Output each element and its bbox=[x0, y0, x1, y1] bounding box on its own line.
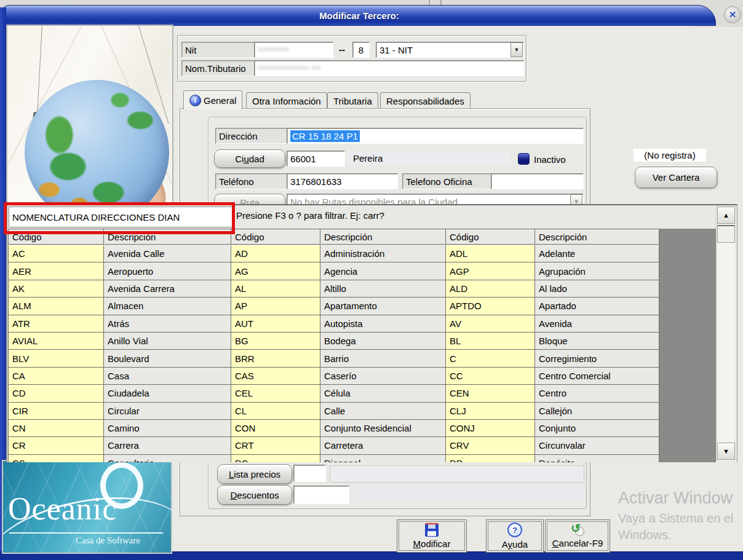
descripcion-cell: Conjunto bbox=[535, 420, 659, 437]
dv-field[interactable]: 8 bbox=[352, 42, 370, 58]
ayuda-button[interactable]: ? Ayuda bbox=[486, 519, 544, 553]
globe bbox=[25, 80, 169, 207]
lista-precios-button[interactable]: Lista precios bbox=[217, 464, 292, 484]
telefono-label: Teléfono bbox=[219, 176, 254, 187]
titlebar[interactable]: Modificar Tercero: bbox=[2, 5, 716, 26]
lista-precios-field[interactable] bbox=[293, 465, 326, 482]
chevron-down-icon[interactable]: ▼ bbox=[511, 42, 523, 57]
table-row[interactable]: ALMAlmacenAPApartamentoAPTDOApartado bbox=[8, 298, 659, 315]
logo-underline bbox=[9, 532, 163, 534]
descripcion-cell: Avenida Carrera bbox=[104, 280, 231, 298]
descripcion-cell: Al lado bbox=[535, 280, 659, 298]
column-header: Descripción bbox=[320, 229, 446, 245]
tab-label: General bbox=[204, 95, 236, 106]
descuentos-field[interactable] bbox=[293, 486, 349, 504]
table-row[interactable]: CDCiudadelaCELCélulaCENCentro bbox=[8, 385, 659, 402]
codigo-cell: BL bbox=[446, 333, 535, 350]
descripcion-cell: Avenida bbox=[535, 315, 659, 333]
table-row[interactable]: CRCarreraCRTCarreteraCRVCircunvalar bbox=[8, 437, 659, 454]
telefono-oficina-label-box: Telefono Oficina bbox=[402, 173, 493, 189]
descripcion-cell: Apartado bbox=[535, 298, 659, 315]
nom-tributario-field[interactable]: •••••••••••••••• ••• bbox=[254, 60, 524, 76]
logo-tagline: Casa de Software bbox=[76, 535, 140, 546]
table-row[interactable]: CNCaminoCONConjunto ResidencialCONJConju… bbox=[8, 420, 659, 437]
tab-tributaria[interactable]: Tributaria bbox=[327, 92, 378, 109]
codigo-cell: CR bbox=[8, 437, 104, 454]
descripcion-cell: Carrera bbox=[104, 437, 231, 454]
ayuda-label: Ayuda bbox=[502, 539, 528, 550]
overlay-table-body: ACAvenida CalleADAdministraciónADLAdelan… bbox=[8, 245, 659, 462]
logo-name: Oceanic bbox=[8, 491, 117, 527]
scroll-up-button[interactable]: ▲ bbox=[717, 207, 735, 224]
ver-cartera-button[interactable]: Ver Cartera bbox=[635, 167, 717, 188]
table-row[interactable]: AERAeropuertoAGAgenciaAGPAgrupación bbox=[8, 262, 659, 280]
tab-responsabilidades[interactable]: Responsabilidades bbox=[380, 92, 471, 109]
scroll-down-button[interactable]: ▼ bbox=[717, 443, 735, 460]
codigo-cell: CLJ bbox=[446, 403, 535, 420]
help-icon: ? bbox=[507, 523, 522, 537]
table-row[interactable]: AKAvenida CarreraALAltilloALDAl lado bbox=[8, 280, 659, 298]
descripcion-cell: Centro Comercial bbox=[535, 368, 659, 385]
dian-nomenclature-panel: NOMENCLATURA DIRECCIONES DIAN Presione F… bbox=[6, 204, 737, 462]
direccion-field[interactable]: CR 15 18 24 P1 bbox=[287, 128, 584, 144]
lista-precios-label: Lista precios bbox=[229, 469, 280, 479]
overlay-filter-hint: Presione F3 o ? para filtrar. Ej: carr? bbox=[236, 210, 384, 221]
nit-label-box: Nit bbox=[181, 42, 256, 58]
descripcion-cell: Administración bbox=[320, 245, 446, 262]
descripcion-cell: Agencia bbox=[320, 262, 446, 280]
descripcion-cell: Avenida Calle bbox=[104, 245, 231, 262]
codigo-cell: AD bbox=[231, 245, 320, 262]
codigo-cell: AC bbox=[8, 245, 104, 262]
table-row[interactable]: AVIALAnillo VialBGBodegaBLBloque bbox=[8, 333, 659, 350]
modificar-button[interactable]: Modificar bbox=[397, 519, 467, 553]
codigo-cell: CONJ bbox=[446, 420, 535, 437]
ciudad-button-label: Ciudad bbox=[235, 154, 264, 164]
table-row[interactable]: ATRAtrásAUTAutopistaAVAvenida bbox=[8, 315, 659, 333]
cancelar-label: Cancelar-F9 bbox=[552, 538, 603, 548]
close-icon: ✕ bbox=[729, 9, 737, 20]
table-row[interactable]: BLVBoulevardBRRBarrioCCorregimiento bbox=[8, 350, 659, 367]
nit-label: Nit bbox=[185, 45, 196, 55]
nit-field[interactable]: •••••••••• bbox=[254, 42, 333, 58]
save-icon bbox=[425, 523, 439, 537]
activate-windows-watermark-line1: Activar Window bbox=[618, 489, 733, 508]
close-button[interactable]: ✕ bbox=[724, 6, 741, 23]
table-row[interactable]: CIRCircularCLCalleCLJCallejón bbox=[8, 403, 659, 420]
doc-type-select[interactable]: 31 - NIT ▼ bbox=[376, 42, 524, 58]
ciudad-name-field: Pereira bbox=[348, 151, 511, 165]
inactivo-checkbox[interactable] bbox=[518, 153, 530, 165]
codigo-cell: CRV bbox=[446, 437, 535, 454]
codigo-cell: CN bbox=[8, 420, 104, 437]
ciudad-name-value: Pereira bbox=[353, 153, 383, 164]
codigo-cell: CRT bbox=[231, 437, 320, 454]
table-row[interactable]: CACasaCASCaseríoCCCentro Comercial bbox=[8, 368, 659, 385]
descripcion-cell: Consultorio bbox=[104, 455, 231, 462]
codigo-cell: ALM bbox=[8, 298, 104, 315]
no-registra-label: (No registra) bbox=[644, 150, 695, 160]
descripcion-cell: Boulevard bbox=[104, 350, 231, 367]
ciudad-code-field[interactable]: 66001 bbox=[287, 151, 345, 167]
descripcion-cell: Aeropuerto bbox=[104, 262, 231, 280]
cancelar-button[interactable]: ↺ Cancelar-F9 bbox=[545, 519, 610, 553]
tab-label: Tributaria bbox=[333, 96, 372, 106]
codigo-cell: CC bbox=[446, 368, 535, 385]
codigo-cell: BLV bbox=[8, 350, 104, 367]
descripcion-cell: Circunvalar bbox=[535, 437, 659, 454]
table-row[interactable]: ACAvenida CalleADAdministraciónADLAdelan… bbox=[8, 245, 659, 262]
descripcion-cell: Corregimiento bbox=[535, 350, 659, 367]
table-row[interactable]: CSConsultorioDCDiagonalDPDepósito bbox=[8, 455, 659, 462]
descripcion-cell: Atrás bbox=[104, 315, 231, 333]
modificar-tercero-dialog: Modificar Tercero: ✕ Nit •••••••••• -- 8… bbox=[0, 0, 743, 560]
codigo-cell: AK bbox=[8, 280, 104, 298]
telefono-oficina-field[interactable] bbox=[491, 173, 584, 189]
tab-otra-informacion[interactable]: Otra Información bbox=[246, 92, 327, 109]
codigo-cell: AV bbox=[446, 315, 535, 333]
ciudad-button[interactable]: Ciudad bbox=[214, 149, 285, 168]
descripcion-cell: Depósito bbox=[535, 455, 659, 462]
telefono-field[interactable]: 3176801633 bbox=[287, 173, 398, 189]
tab-general[interactable]: i General bbox=[183, 90, 242, 109]
descuentos-button[interactable]: Descuentos bbox=[217, 485, 292, 505]
scroll-thumb[interactable] bbox=[717, 225, 735, 243]
overlay-scrollbar[interactable]: ▲ ▼ bbox=[716, 207, 735, 461]
descripcion-cell: Bodega bbox=[320, 333, 446, 350]
